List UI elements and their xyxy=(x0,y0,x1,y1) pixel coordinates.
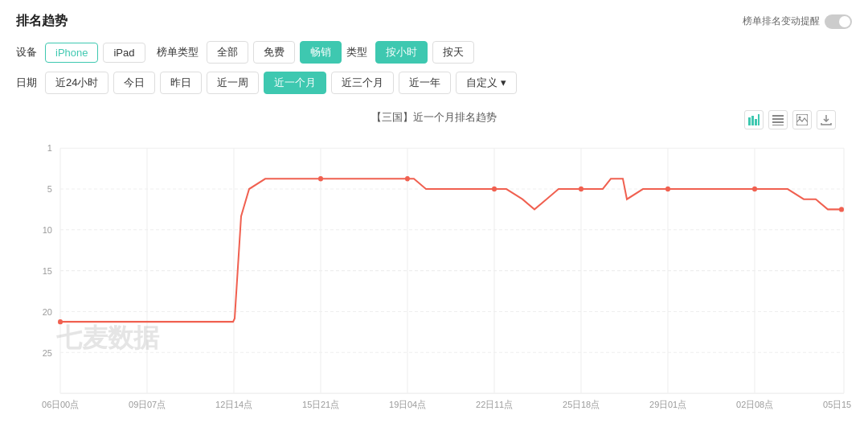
chart-dot xyxy=(752,187,757,191)
btn-byhour[interactable]: 按小时 xyxy=(375,41,428,64)
svg-text:1: 1 xyxy=(47,143,52,153)
bar-chart-icon[interactable] xyxy=(744,110,764,129)
svg-point-9 xyxy=(799,117,801,119)
chart-type-label: 榜单类型 xyxy=(157,45,199,60)
type-label: 类型 xyxy=(346,45,367,60)
btn-all[interactable]: 全部 xyxy=(207,41,248,64)
chart-dot xyxy=(839,207,844,212)
svg-text:22日11点: 22日11点 xyxy=(476,400,513,409)
svg-text:19日04点: 19日04点 xyxy=(389,400,426,409)
svg-rect-3 xyxy=(758,114,760,125)
list-icon[interactable] xyxy=(768,110,788,129)
svg-text:09日07点: 09日07点 xyxy=(129,400,166,409)
svg-text:02日08点: 02日08点 xyxy=(736,400,773,409)
chart-tools xyxy=(744,110,836,129)
svg-text:15日21点: 15日21点 xyxy=(302,400,339,409)
btn-month[interactable]: 近一个月 xyxy=(264,72,326,94)
device-filter-row: 设备 iPhone iPad 榜单类型 全部 免费 畅销 类型 按小时 按天 xyxy=(16,41,852,64)
svg-rect-7 xyxy=(772,125,784,125)
svg-text:12日14点: 12日14点 xyxy=(215,400,252,409)
btn-week[interactable]: 近一周 xyxy=(207,72,259,94)
svg-text:25: 25 xyxy=(43,347,52,357)
svg-rect-4 xyxy=(772,115,784,117)
btn-iphone[interactable]: iPhone xyxy=(45,43,98,63)
btn-3month[interactable]: 近三个月 xyxy=(331,72,394,94)
btn-yesterday[interactable]: 昨日 xyxy=(160,72,202,94)
svg-text:06日00点: 06日00点 xyxy=(42,400,79,409)
toggle-knob xyxy=(839,16,850,27)
chart-container: 【三国】近一个月排名趋势 七麦数据 xyxy=(16,102,852,423)
svg-text:15: 15 xyxy=(43,266,52,276)
chart-dot xyxy=(579,187,583,191)
svg-rect-5 xyxy=(772,118,784,120)
btn-free[interactable]: 免费 xyxy=(253,41,295,64)
date-label: 日期 xyxy=(16,76,37,90)
svg-rect-1 xyxy=(751,116,754,125)
image-icon[interactable] xyxy=(792,110,812,129)
chart-svg: 1 5 10 15 20 25 06日00点 09日07点 12日14点 15日… xyxy=(16,131,852,421)
alert-toggle[interactable] xyxy=(825,14,852,29)
chart-title: 【三国】近一个月排名趋势 xyxy=(16,110,852,125)
btn-ipad[interactable]: iPad xyxy=(103,43,145,63)
alert-label: 榜单排名变动提醒 xyxy=(743,14,820,28)
chart-dot xyxy=(492,187,497,191)
rank-line-game xyxy=(60,179,841,322)
btn-byday[interactable]: 按天 xyxy=(432,41,474,64)
svg-rect-2 xyxy=(755,119,757,125)
download-icon[interactable] xyxy=(817,110,836,129)
svg-text:25日18点: 25日18点 xyxy=(563,400,600,409)
svg-text:20: 20 xyxy=(43,306,52,316)
btn-24h[interactable]: 近24小时 xyxy=(45,72,108,94)
chart-dot xyxy=(405,176,410,181)
chart-dot xyxy=(665,187,670,191)
device-label: 设备 xyxy=(16,45,37,60)
svg-text:05日15点: 05日15点 xyxy=(823,400,852,409)
chart-wrap: 七麦数据 1 5 10 15 20 25 xyxy=(16,131,852,421)
svg-text:5: 5 xyxy=(47,184,52,194)
page-title: 排名趋势 xyxy=(16,13,68,30)
chart-dot xyxy=(318,176,323,181)
btn-bestsell[interactable]: 畅销 xyxy=(300,41,342,64)
chart-dot xyxy=(58,319,63,324)
svg-rect-0 xyxy=(748,117,751,125)
svg-text:29日01点: 29日01点 xyxy=(649,400,686,409)
date-filter-row: 日期 近24小时 今日 昨日 近一周 近一个月 近三个月 近一年 自定义 ▾ xyxy=(16,72,852,94)
btn-year[interactable]: 近一年 xyxy=(399,72,451,94)
svg-rect-6 xyxy=(772,121,784,123)
svg-text:10: 10 xyxy=(43,225,52,235)
btn-today[interactable]: 今日 xyxy=(113,72,155,94)
btn-custom[interactable]: 自定义 ▾ xyxy=(456,72,517,94)
